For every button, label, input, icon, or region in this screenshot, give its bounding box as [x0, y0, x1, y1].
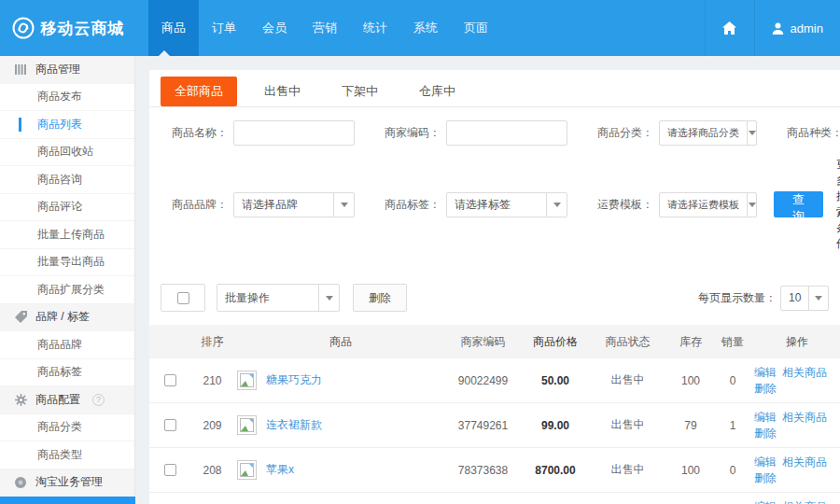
sidebar-item-goods-tag[interactable]: 商品标签 [0, 359, 134, 387]
edit-link[interactable]: 编辑 [754, 411, 777, 424]
cell-sales: 0 [719, 374, 747, 387]
goods-thumbnail-icon[interactable] [237, 371, 257, 390]
tab-in-warehouse[interactable]: 仓库中 [405, 77, 469, 106]
sidebar-item-goods-category[interactable]: 商品分类 [0, 414, 134, 442]
sidebar-group-taobao[interactable]: 淘宝业务管理 [0, 469, 134, 497]
sidebar-item-goods-inquiry[interactable]: 商品咨询 [0, 166, 134, 194]
top-header: 移动云商城 商品 订单 会员 营销 统计 系统 页面 admin [0, 0, 840, 56]
nav-item-system[interactable]: 系统 [400, 0, 451, 56]
sidebar-item-extended-category[interactable]: 商品扩展分类 [0, 276, 134, 304]
help-icon[interactable]: ? [92, 394, 105, 406]
select-all-checkbox[interactable] [177, 292, 189, 304]
sidebar-group-brand-tag[interactable]: 品牌 / 标签 [0, 304, 134, 332]
table-row: 208 苹果x 78373638 8700.00 出售中 100 0 编辑相关商… [149, 448, 840, 493]
sidebar-group-label: 品牌 / 标签 [35, 309, 90, 325]
merchant-code-input[interactable] [446, 120, 567, 146]
delete-button[interactable]: 删除 [353, 284, 407, 312]
table-header: 排序 商品 商家编码 商品价格 商品状态 库存 销量 操作 [149, 325, 840, 358]
select-all-button[interactable] [161, 284, 205, 312]
col-code: 商家编码 [448, 334, 518, 350]
filter-goods-category: 商品分类： 请选择商品分类 [586, 120, 757, 146]
col-price: 商品价格 [518, 334, 593, 350]
sidebar-item-batch-export[interactable]: 批量导出商品 [0, 249, 134, 277]
home-icon [722, 21, 737, 35]
delete-link[interactable]: 删除 [754, 471, 777, 484]
col-stock: 库存 [663, 334, 719, 350]
nav-item-marketing[interactable]: 营销 [300, 0, 350, 56]
cell-status: 出售中 [593, 372, 663, 388]
sidebar-group-goods-config[interactable]: 商品配置 ? [0, 386, 134, 414]
col-ops: 操作 [747, 334, 840, 350]
page-size-select[interactable]: 10 [780, 286, 829, 311]
logo-icon [11, 16, 35, 40]
goods-name-link[interactable]: 糖果巧克力 [266, 372, 322, 388]
goods-brand-select[interactable]: 请选择品牌 [233, 192, 355, 217]
related-goods-link[interactable]: 相关商品 [782, 366, 827, 379]
chevron-down-icon [318, 285, 339, 311]
table-row: 210 糖果巧克力 90022499 50.00 出售中 100 0 编辑相关商… [149, 358, 840, 403]
filter-label: 商品名称： [161, 125, 228, 141]
edit-link[interactable]: 编辑 [754, 500, 777, 504]
filter-goods-brand: 商品品牌： 请选择品牌 [161, 192, 355, 217]
row-checkbox[interactable] [164, 419, 176, 431]
search-button[interactable]: 查询 [774, 191, 823, 217]
filter-merchant-code: 商家编码： [373, 120, 567, 146]
user-menu[interactable]: admin [754, 0, 840, 56]
table-row: 209 连衣裙新款 37749261 99.00 出售中 79 1 编辑相关商品… [149, 403, 840, 448]
goods-thumbnail-icon[interactable] [237, 460, 257, 480]
sidebar-item-recycle-bin[interactable]: 商品回收站 [0, 139, 134, 167]
goods-name-link[interactable]: 连衣裙新款 [266, 417, 322, 433]
freight-template-select[interactable]: 请选择运费模板 [659, 192, 757, 217]
cell-stock: 79 [663, 419, 719, 432]
home-button[interactable] [705, 0, 754, 56]
cell-sales: 0 [719, 464, 747, 477]
sidebar-group-label: 淘宝业务管理 [35, 474, 103, 490]
row-checkbox[interactable] [164, 374, 176, 386]
goods-tag-select[interactable]: 请选择标签 [446, 192, 567, 217]
tab-all-goods[interactable]: 全部商品 [161, 77, 237, 106]
row-checkbox[interactable] [164, 464, 176, 476]
brand-logo[interactable]: 移动云商城 [0, 0, 135, 56]
col-sales: 销量 [719, 334, 747, 350]
top-nav: 商品 订单 会员 营销 统计 系统 页面 [148, 0, 501, 56]
nav-item-members[interactable]: 会员 [249, 0, 300, 56]
sidebar-item-goods-list[interactable]: 商品列表 [0, 111, 134, 139]
nav-item-orders[interactable]: 订单 [199, 0, 249, 56]
cell-price: 8700.00 [518, 464, 593, 477]
nav-item-pages[interactable]: 页面 [451, 0, 501, 56]
tab-off-shelf[interactable]: 下架中 [328, 77, 392, 106]
related-goods-link[interactable]: 相关商品 [782, 500, 827, 504]
sidebar-group-label: 商品管理 [35, 62, 80, 77]
more-search-link[interactable]: 更多搜索条件 [836, 157, 840, 252]
bulk-action-select[interactable]: 批量操作 [217, 284, 340, 312]
sidebar-next-item-strip[interactable] [0, 497, 135, 504]
delete-link[interactable]: 删除 [754, 427, 777, 440]
delete-link[interactable]: 删除 [754, 382, 777, 395]
sidebar-item-goods-comments[interactable]: 商品评论 [0, 194, 134, 222]
table-row: 207 特产水果 94877536 10.00 出售中 10 0 编辑相关商品 … [149, 493, 840, 504]
edit-link[interactable]: 编辑 [754, 366, 777, 379]
related-goods-link[interactable]: 相关商品 [782, 411, 827, 424]
sidebar-item-goods-brand[interactable]: 商品品牌 [0, 331, 134, 359]
nav-item-stats[interactable]: 统计 [350, 0, 400, 56]
tab-on-sale[interactable]: 出售中 [250, 77, 315, 106]
sidebar-item-goods-publish[interactable]: 商品发布 [0, 84, 134, 112]
nav-item-goods[interactable]: 商品 [148, 0, 199, 56]
goods-name-input[interactable] [233, 120, 355, 146]
cell-sales: 1 [719, 419, 747, 432]
main-content: 全部商品 出售中 下架中 仓库中 商品名称： 商家编码： [135, 56, 840, 504]
related-goods-link[interactable]: 相关商品 [782, 455, 827, 469]
sidebar-item-goods-type[interactable]: 商品类型 [0, 441, 134, 469]
goods-name-link[interactable]: 苹果x [266, 462, 294, 478]
page-size-label: 每页显示数量： [698, 290, 777, 306]
chevron-down-icon [333, 193, 354, 217]
goods-category-select[interactable]: 请选择商品分类 [659, 120, 757, 146]
filter-label: 商家编码： [373, 125, 441, 141]
filter-goods-tag: 商品标签： 请选择标签 [373, 192, 567, 217]
edit-link[interactable]: 编辑 [754, 455, 777, 469]
sidebar-item-batch-upload[interactable]: 批量上传商品 [0, 221, 134, 249]
circle-badge-icon [14, 476, 27, 489]
sidebar-group-goods-mgmt[interactable]: 商品管理 [0, 56, 134, 84]
filter-row-2: 商品品牌： 请选择品牌 商品标签： 请选择标签 [161, 157, 829, 252]
goods-thumbnail-icon[interactable] [237, 415, 257, 435]
